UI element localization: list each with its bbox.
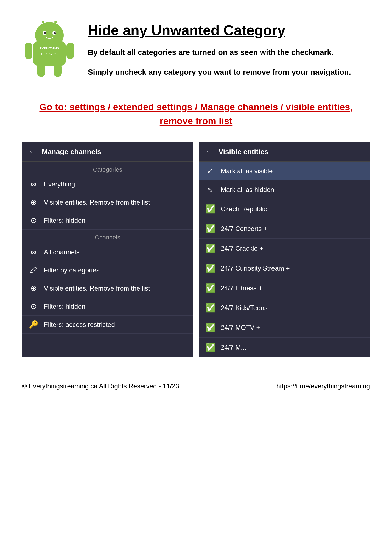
check-icon-crackle: ✅ — [205, 244, 215, 253]
item-247-more[interactable]: ✅ 24/7 M... — [199, 338, 370, 357]
nav-instruction: Go to: settings / extended settings / Ma… — [22, 100, 370, 128]
description-2: Simply uncheck any category you want to … — [88, 66, 351, 78]
hidden-icon-cat: ⊙ — [29, 216, 38, 225]
manage-channels-title: Manage channels — [42, 147, 101, 156]
channels-section-label: Channels — [22, 230, 193, 243]
247-fitness-label: 24/7 Fitness + — [221, 284, 262, 292]
infinity-icon-channels: ∞ — [29, 248, 38, 257]
item-247-curiosity[interactable]: ✅ 24/7 Curiosity Stream + — [199, 258, 370, 278]
key-icon: 🔑 — [29, 320, 38, 329]
channel-filters-restricted[interactable]: 🔑 Filters: access restricted — [22, 316, 193, 334]
channel-filter-categories[interactable]: 🖊 Filter by categories — [22, 261, 193, 279]
channel-visible-entities[interactable]: ⊕ Visible entities, Remove from the list — [22, 279, 193, 297]
compress-icon: ⤡ — [205, 185, 215, 194]
channel-hidden-label: Filters: hidden — [44, 303, 85, 310]
channel-visible-label: Visible entities, Remove from the list — [44, 285, 150, 292]
category-everything[interactable]: ∞ Everything — [22, 176, 193, 193]
footer: © Everythingstreaming.ca All Rights Rese… — [22, 374, 370, 390]
channel-restricted-label: Filters: access restricted — [44, 321, 115, 328]
channel-filter-label: Filter by categories — [44, 266, 100, 274]
svg-rect-10 — [25, 43, 32, 59]
manage-channels-header: ← Manage channels — [22, 142, 193, 162]
category-everything-label: Everything — [44, 180, 75, 188]
svg-point-8 — [42, 21, 44, 23]
categories-section-label: Categories — [22, 162, 193, 176]
visible-entities-title: Visible entities — [219, 147, 268, 156]
panels-container: ← Manage channels Categories ∞ Everythin… — [22, 142, 370, 357]
check-icon-kids: ✅ — [205, 303, 215, 313]
copyright-text: © Everythingstreaming.ca All Rights Rese… — [22, 382, 179, 390]
247-crackle-label: 24/7 Crackle + — [221, 245, 263, 252]
svg-point-4 — [44, 32, 46, 34]
item-247-motv[interactable]: ✅ 24/7 MOTV + — [199, 318, 370, 338]
svg-text:EVERYTHING: EVERYTHING — [40, 47, 59, 50]
visible-entities-panel: ← Visible entities ⤢ Mark all as visible… — [199, 142, 370, 357]
check-icon-more: ✅ — [205, 342, 215, 352]
svg-text:STREAMING: STREAMING — [41, 52, 58, 55]
visible-icon-ch: ⊕ — [29, 284, 38, 293]
item-247-crackle[interactable]: ✅ 24/7 Crackle + — [199, 239, 370, 258]
svg-point-1 — [35, 22, 64, 48]
manage-channels-panel: ← Manage channels Categories ∞ Everythin… — [22, 142, 193, 357]
category-filters-hidden[interactable]: ⊙ Filters: hidden — [22, 211, 193, 230]
item-czech-republic[interactable]: ✅ Czech Republic — [199, 199, 370, 219]
svg-rect-12 — [37, 63, 45, 77]
svg-point-5 — [54, 32, 56, 34]
visible-entities-header: ← Visible entities — [199, 142, 370, 162]
category-filters-label: Filters: hidden — [44, 217, 85, 224]
check-icon-concerts: ✅ — [205, 224, 215, 233]
visible-icon-cat: ⊕ — [29, 198, 38, 207]
check-icon-czech: ✅ — [205, 204, 215, 214]
247-motv-label: 24/7 MOTV + — [221, 324, 260, 332]
mark-all-hidden-label: Mark all as hidden — [221, 186, 274, 194]
247-more-label: 24/7 M... — [221, 344, 246, 351]
247-concerts-label: 24/7 Concerts + — [221, 225, 267, 233]
mark-all-visible-label: Mark all as visible — [221, 167, 273, 175]
247-curiosity-label: 24/7 Curiosity Stream + — [221, 264, 290, 272]
mark-all-hidden[interactable]: ⤡ Mark all as hidden — [199, 180, 370, 199]
channel-all-label: All channels — [44, 248, 79, 256]
247-kids-label: 24/7 Kids/Teens — [221, 304, 268, 312]
page-title: Hide any Unwanted Category — [88, 22, 351, 38]
infinity-icon-everything: ∞ — [29, 180, 38, 189]
category-visible-label: Visible entities, Remove from the list — [44, 199, 150, 206]
back-arrow-right[interactable]: ← — [205, 147, 213, 156]
check-icon-fitness: ✅ — [205, 283, 215, 293]
nav-instruction-text: Go to: settings / extended settings / Ma… — [22, 100, 370, 128]
channel-filters-hidden[interactable]: ⊙ Filters: hidden — [22, 297, 193, 316]
back-arrow-left[interactable]: ← — [29, 147, 36, 156]
header-section: EVERYTHING STREAMING Hide any Unwanted C… — [22, 16, 370, 86]
svg-rect-11 — [66, 43, 74, 59]
filter-icon: 🖊 — [29, 266, 38, 275]
footer-url: https://t.me/everythingstreaming — [276, 382, 370, 390]
category-visible-entities[interactable]: ⊕ Visible entities, Remove from the list — [22, 193, 193, 211]
header-text: Hide any Unwanted Category By default al… — [88, 16, 351, 86]
item-247-concerts[interactable]: ✅ 24/7 Concerts + — [199, 219, 370, 239]
expand-icon: ⤢ — [205, 167, 215, 175]
mark-all-visible[interactable]: ⤢ Mark all as visible — [199, 162, 370, 180]
channel-all[interactable]: ∞ All channels — [22, 243, 193, 261]
check-icon-curiosity: ✅ — [205, 263, 215, 273]
item-247-fitness[interactable]: ✅ 24/7 Fitness + — [199, 278, 370, 298]
svg-rect-13 — [54, 63, 62, 77]
svg-point-9 — [54, 21, 57, 23]
check-icon-motv: ✅ — [205, 323, 215, 332]
item-247-kids[interactable]: ✅ 24/7 Kids/Teens — [199, 298, 370, 318]
description-1: By default all categories are turned on … — [88, 47, 351, 58]
hidden-icon-ch: ⊙ — [29, 302, 38, 311]
android-logo: EVERYTHING STREAMING — [22, 16, 77, 78]
czech-republic-label: Czech Republic — [221, 205, 267, 213]
